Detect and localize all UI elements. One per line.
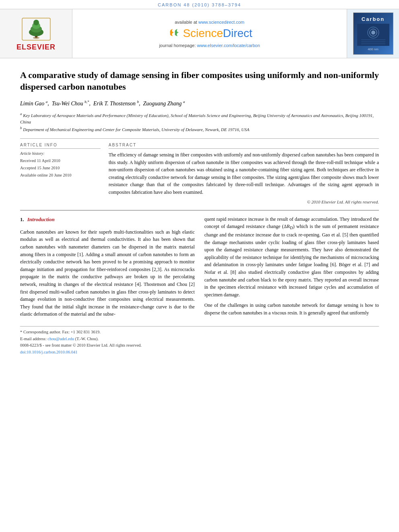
affiliations: a Key Laboratory of Aerospace Materials …: [20, 111, 379, 133]
available-at-text: available at www.sciencedirect.com: [175, 20, 244, 25]
abstract-column: ABSTRACT The efficiency of damage sensin…: [109, 143, 379, 204]
author-2: Tsu-Wei Chou b,*,: [52, 101, 92, 107]
sciencedirect-link[interactable]: www.sciencedirect.com: [198, 20, 244, 25]
elsevier-logo-area: ELSEVIER: [0, 9, 72, 58]
article-history-label: Article history:: [20, 151, 101, 156]
svg-point-10: [371, 31, 375, 35]
elsevier-logo: ELSEVIER: [16, 16, 56, 51]
carbon-cover-image: Carbon 400 nm: [353, 12, 393, 55]
author-4: Zuoguang Zhang a: [143, 101, 185, 107]
article-info-abstract: ARTICLE INFO Article history: Received 1…: [20, 143, 379, 204]
article-info-label: ARTICLE INFO: [20, 143, 101, 149]
email-parenthetical: (T.-W. Chou).: [75, 337, 99, 341]
intro-paragraph-2: quent rapid resistance increase is the r…: [204, 216, 379, 299]
elsevier-tree-icon: [20, 16, 52, 42]
body-column-right: quent rapid resistance increase is the r…: [204, 216, 379, 321]
intro-paragraph-1: Carbon nanotubes are known for their sup…: [20, 228, 195, 318]
email-label: E-mail address:: [20, 337, 47, 341]
accepted-date: Accepted 15 June 2010: [20, 164, 101, 172]
carbon-cover-illustration: [357, 24, 389, 46]
section-heading-area: 1. Introduction: [20, 216, 195, 226]
email-link[interactable]: chou@udel.edu: [47, 337, 74, 341]
page: CARBON 48 (2010) 3788–3794: [0, 0, 399, 532]
section-number: 1.: [20, 216, 24, 226]
journal-bar: CARBON 48 (2010) 3788–3794: [0, 0, 399, 9]
journal-homepage-link[interactable]: www.elsevier.com/locate/carbon: [197, 43, 260, 48]
doi-line: doi:10.1016/j.carbon.2010.06.041: [20, 349, 379, 356]
journal-homepage-text: journal homepage: www.elsevier.com/locat…: [159, 43, 260, 48]
intro-paragraph-3: One of the challenges in using carbon na…: [204, 302, 379, 316]
svg-point-6: [33, 37, 39, 39]
article-info-column: ARTICLE INFO Article history: Received 1…: [20, 143, 101, 204]
issn-line: 0008-6223/$ - see front matter © 2010 El…: [20, 342, 379, 349]
sciencedirect-logo: ScienceDirect: [167, 27, 253, 40]
received-date: Received 11 April 2010: [20, 157, 101, 164]
abstract-text: The efficiency of damage sensing in fibe…: [109, 151, 379, 196]
email-line: E-mail address: chou@udel.edu (T.-W. Cho…: [20, 336, 379, 343]
article-dates: Received 11 April 2010 Accepted 15 June …: [20, 157, 101, 179]
available-online-date: Available online 20 June 2010: [20, 172, 101, 179]
body-column-left: 1. Introduction Carbon nanotubes are kno…: [20, 216, 195, 321]
header-center: available at www.sciencedirect.com Scien…: [72, 9, 347, 58]
article-title: A comparative study of damage sensing in…: [20, 70, 379, 92]
carbon-cover-small-text: 400 nm: [368, 47, 378, 51]
carbon-cover-title: Carbon: [362, 16, 385, 22]
sciencedirect-icon: [167, 27, 181, 39]
authors-line: Limin Gao a, Tsu-Wei Chou b,*, Erik T. T…: [20, 99, 379, 108]
corresponding-author-note: * Corresponding author. Fax: +1 302 831 …: [20, 329, 379, 336]
author-1: Limin Gao a,: [20, 101, 50, 107]
footnotes: * Corresponding author. Fax: +1 302 831 …: [20, 326, 379, 356]
sciencedirect-text: ScienceDirect: [183, 27, 253, 40]
affiliation-b: b Department of Mechanical Engineering a…: [20, 125, 379, 133]
elsevier-text: ELSEVIER: [16, 43, 56, 51]
svg-point-5: [33, 20, 39, 25]
abstract-label: ABSTRACT: [109, 143, 379, 149]
header-section: ELSEVIER available at www.sciencedirect.…: [0, 9, 399, 58]
main-content: A comparative study of damage sensing in…: [0, 58, 399, 363]
divider-1: [20, 138, 379, 139]
body-two-column: 1. Introduction Carbon nanotubes are kno…: [20, 216, 379, 321]
doi-text: doi:10.1016/j.carbon.2010.06.041: [20, 350, 78, 354]
copyright-line: © 2010 Elsevier Ltd. All rights reserved…: [109, 199, 379, 204]
journal-citation: CARBON 48 (2010) 3788–3794: [158, 2, 241, 7]
divider-thick: [20, 210, 379, 211]
author-3: Erik T. Thostenson b,: [93, 101, 142, 107]
carbon-cover-area: Carbon 400 nm: [347, 9, 399, 58]
affiliation-a: a Key Laboratory of Aerospace Materials …: [20, 111, 379, 125]
section-heading: Introduction: [27, 216, 55, 224]
